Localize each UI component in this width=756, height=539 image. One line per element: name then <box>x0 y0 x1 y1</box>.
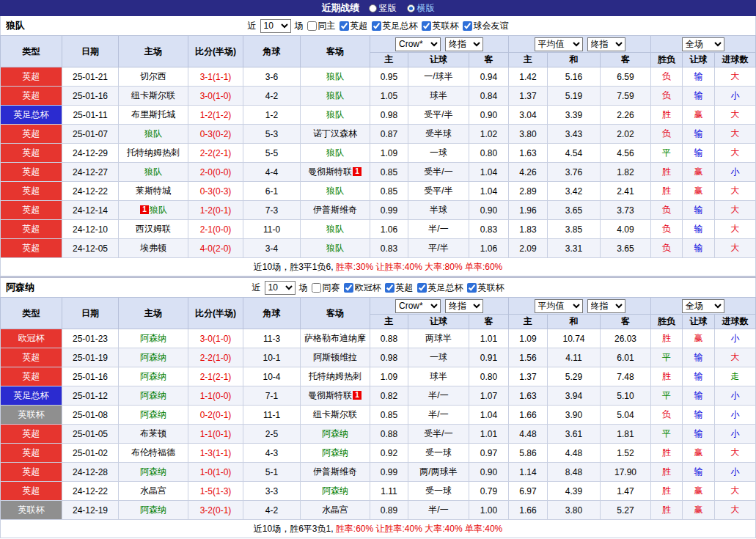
team-link[interactable]: 狼队 <box>150 205 167 215</box>
league-checkbox[interactable] <box>422 21 431 31</box>
league-filter-toggle[interactable]: 英超 <box>385 282 414 294</box>
match-score: 1-5(1-3) <box>188 482 243 501</box>
league-filter-toggle[interactable]: 英足总杯 <box>417 282 463 294</box>
team-link[interactable]: 布伦特福德 <box>131 447 175 458</box>
team-link[interactable]: 狼队 <box>326 147 344 158</box>
team-link[interactable]: 曼彻斯特联 <box>308 166 352 177</box>
team-link[interactable]: 伊普斯维奇 <box>313 205 357 215</box>
team-link[interactable]: 萨格勒布迪纳摩 <box>304 333 366 343</box>
team-link[interactable]: 布莱顿 <box>140 428 166 439</box>
team-link[interactable]: 阿森纳 <box>140 352 166 362</box>
team-link[interactable]: 阿森纳 <box>140 466 166 477</box>
team-link[interactable]: 狼队 <box>326 186 344 196</box>
league-checkbox[interactable] <box>467 283 477 293</box>
team-link[interactable]: 阿斯顿维拉 <box>313 352 357 362</box>
avg-odds-home: 1.83 <box>509 220 548 239</box>
league-filter-toggle[interactable]: 英联杯 <box>467 282 504 294</box>
filter-same-toggle[interactable]: 同赛 <box>312 282 340 294</box>
team-link[interactable]: 阿森纳 <box>322 447 348 458</box>
layout-option-horizontal[interactable]: 横版 <box>407 2 435 15</box>
team-link[interactable]: 阿森纳 <box>140 409 166 419</box>
league-filter-toggle[interactable]: 英联杯 <box>422 20 459 32</box>
league-type-badge: 英超 <box>1 220 62 239</box>
team-link[interactable]: 阿森纳 <box>322 428 348 439</box>
league-type-badge: 英超 <box>1 367 62 386</box>
team-link[interactable]: 狼队 <box>326 109 344 120</box>
avg-odds-away: 4.09 <box>601 220 651 239</box>
match-score: 2-0(0-0) <box>188 163 243 182</box>
corner-count: 10-1 <box>243 348 301 367</box>
match-count-select[interactable]: 10 <box>260 19 291 33</box>
team-link[interactable]: 阿森纳 <box>322 485 348 496</box>
team-link[interactable]: 布里斯托城 <box>131 109 175 120</box>
result-outcome: 平 <box>651 144 683 163</box>
handicap-odds-away: 0.90 <box>469 201 509 220</box>
team-link[interactable]: 狼队 <box>326 90 344 100</box>
league-filter-toggle[interactable]: 欧冠杯 <box>344 282 381 294</box>
average-select[interactable]: 平均值 <box>535 37 583 51</box>
team-link[interactable]: 阿森纳 <box>140 505 166 515</box>
league-filter-toggle[interactable]: 英超 <box>340 20 368 32</box>
team-link[interactable]: 莱斯特城 <box>136 186 171 196</box>
team-link[interactable]: 阿森纳 <box>140 333 166 343</box>
result-handicap: 赢 <box>683 106 715 125</box>
filters: 近10场同赛欧冠杯英超英足总杯英联杯 <box>252 281 504 295</box>
avg-stage-select[interactable]: 终指 <box>587 37 625 51</box>
bookmaker-select[interactable]: Crow* <box>395 299 441 313</box>
avg-odds-draw: 5.29 <box>548 367 601 386</box>
scope-select[interactable]: 全场 <box>682 299 724 313</box>
same-checkbox[interactable] <box>312 283 321 293</box>
scope-select[interactable]: 全场 <box>682 37 724 51</box>
team-link[interactable]: 诺丁汉森林 <box>313 128 357 139</box>
summary-record: 近10场，胜3平1负6, <box>254 262 334 272</box>
team-link[interactable]: 狼队 <box>144 166 162 177</box>
team-link[interactable]: 狼队 <box>326 243 344 253</box>
match-date: 25-01-05 <box>62 425 119 444</box>
odds-stage-select[interactable]: 终指 <box>445 37 483 51</box>
avg-odds-draw: 5.16 <box>548 67 601 87</box>
team-link[interactable]: 阿森纳 <box>140 371 166 381</box>
result-outcome: 平 <box>651 386 683 406</box>
layout-option-vertical[interactable]: 竖版 <box>369 2 397 15</box>
league-checkbox[interactable] <box>340 21 349 31</box>
team-link[interactable]: 切尔西 <box>140 71 166 81</box>
league-checkbox[interactable] <box>463 21 472 31</box>
league-checkbox[interactable] <box>344 283 353 293</box>
team-link[interactable]: 阿森纳 <box>140 390 166 400</box>
team-link[interactable]: 纽卡斯尔联 <box>313 409 357 419</box>
team-link[interactable]: 纽卡斯尔联 <box>131 90 175 100</box>
team-link[interactable]: 伊普斯维奇 <box>313 466 357 477</box>
team-link[interactable]: 托特纳姆热刺 <box>309 371 362 381</box>
team-link[interactable]: 狼队 <box>144 128 162 139</box>
league-checkbox[interactable] <box>417 283 427 293</box>
same-checkbox[interactable] <box>307 21 317 31</box>
team-link[interactable]: 水晶宫 <box>140 485 166 496</box>
match-count-select[interactable]: 10 <box>265 281 296 295</box>
match-row: 英联杯25-01-08阿森纳0-2(0-1)11-1纽卡斯尔联0.85半/一1.… <box>1 406 756 425</box>
match-score: 3-2(0-1) <box>188 501 243 520</box>
corner-count: 5-3 <box>243 125 301 144</box>
odds-stage-select[interactable]: 终指 <box>445 299 483 313</box>
col-header: 角球 <box>243 298 301 329</box>
handicap-line: 受半球 <box>408 125 469 144</box>
bookmaker-odds-header: Crow*终指 <box>370 36 509 53</box>
team-link[interactable]: 狼队 <box>326 71 344 81</box>
avg-odds-away: 5.04 <box>601 406 651 425</box>
team-link[interactable]: 狼队 <box>326 224 344 234</box>
team-link[interactable]: 托特纳姆热刺 <box>127 147 180 158</box>
team-link[interactable]: 水晶宫 <box>322 505 348 515</box>
league-filter-toggle[interactable]: 球会友谊 <box>463 20 509 32</box>
handicap-odds-home: 0.98 <box>370 348 408 367</box>
average-select[interactable]: 平均值 <box>535 299 583 313</box>
avg-stage-select[interactable]: 终指 <box>587 299 625 313</box>
league-checkbox[interactable] <box>385 283 394 293</box>
col-header: 客场 <box>301 298 370 329</box>
team-link[interactable]: 西汉姆联 <box>136 224 171 234</box>
league-filter-toggle[interactable]: 英足总杯 <box>372 20 418 32</box>
league-checkbox[interactable] <box>372 21 381 31</box>
handicap-odds-away: 0.83 <box>469 220 509 239</box>
bookmaker-select[interactable]: Crow* <box>395 37 441 51</box>
team-link[interactable]: 埃弗顿 <box>140 243 166 253</box>
filter-same-toggle[interactable]: 同主 <box>307 20 336 32</box>
team-link[interactable]: 曼彻斯特联 <box>308 390 352 400</box>
